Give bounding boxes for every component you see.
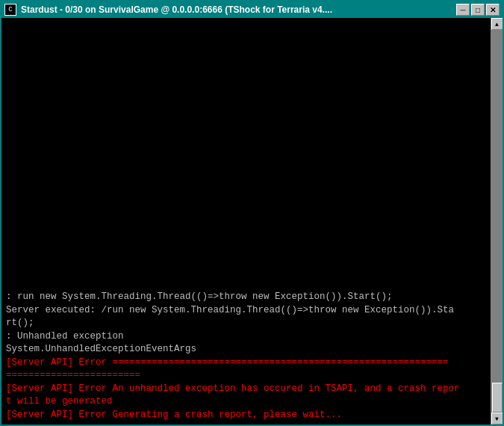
console-line: [Server API] Error Generating a crash re… [6, 409, 486, 422]
title-bar-left: C Stardust - 0/30 on SurvivalGame @ 0.0.… [4, 4, 332, 16]
scrollbar[interactable]: ▲ ▼ [491, 18, 503, 425]
console-line: [Server API] Error =====================… [6, 356, 486, 370]
console-content: : run new System.Threading.Thread(()=>th… [1, 18, 491, 425]
title-bar: C Stardust - 0/30 on SurvivalGame @ 0.0.… [1, 1, 503, 18]
console-area: : run new System.Threading.Thread(()=>th… [1, 18, 503, 425]
scroll-thumb[interactable] [492, 383, 503, 413]
scroll-up-button[interactable]: ▲ [491, 18, 503, 30]
scroll-down-button[interactable]: ▼ [491, 413, 503, 425]
window-icon: C [4, 4, 16, 16]
minimize-button[interactable]: ─ [456, 4, 470, 16]
console-line: : Unhandled exception [6, 330, 486, 344]
console-line: t will be generated [6, 395, 486, 409]
window-controls: ─ □ ✕ [456, 4, 500, 16]
scroll-track[interactable] [491, 30, 503, 413]
console-line: [Server API] Error An unhandled exceptio… [6, 383, 486, 396]
console-line: Server executed: /run new System.Threadi… [6, 304, 486, 318]
console-output: : run new System.Threading.Thread(()=>th… [6, 291, 486, 422]
console-line: System.UnhandledExceptionEventArgs [6, 343, 486, 356]
console-line: : run new System.Threading.Thread(()=>th… [6, 291, 486, 304]
blank-area [6, 21, 486, 291]
console-line: ======================== [6, 369, 486, 383]
window-title: Stardust - 0/30 on SurvivalGame @ 0.0.0.… [21, 4, 332, 15]
maximize-button[interactable]: □ [471, 4, 485, 16]
console-line: rt(); [6, 317, 486, 330]
main-window: C Stardust - 0/30 on SurvivalGame @ 0.0.… [0, 0, 504, 426]
close-button[interactable]: ✕ [486, 4, 500, 16]
